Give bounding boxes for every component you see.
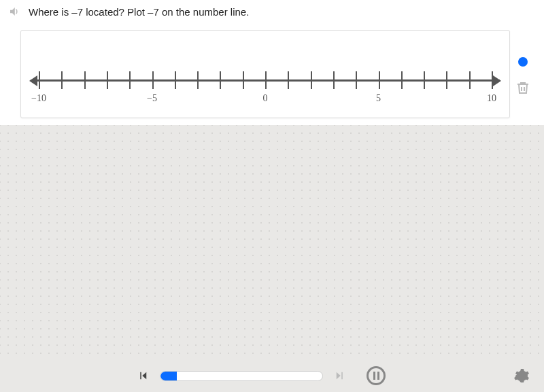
pause-icon <box>373 372 379 380</box>
progress-bar[interactable] <box>160 371 323 381</box>
tick <box>220 71 221 89</box>
settings-button[interactable] <box>513 367 530 385</box>
tick <box>424 71 425 89</box>
tick-label: 10 <box>487 93 496 104</box>
tick <box>152 71 154 89</box>
tick <box>175 71 176 89</box>
tick <box>39 71 40 89</box>
tick <box>243 71 244 89</box>
arrow-right-icon <box>493 75 501 86</box>
tick <box>265 71 267 89</box>
tick-label: 5 <box>376 93 381 104</box>
tick <box>288 71 289 89</box>
next-button[interactable] <box>333 368 347 383</box>
previous-button[interactable] <box>135 368 150 383</box>
tick <box>401 71 403 89</box>
tick <box>129 71 131 89</box>
tool-panel <box>509 57 537 96</box>
tick <box>311 71 312 89</box>
speaker-icon[interactable] <box>7 4 22 19</box>
tick <box>492 71 493 89</box>
tick <box>446 71 447 89</box>
question-bar: Where is –7 located? Plot –7 on the numb… <box>0 0 544 23</box>
tick <box>469 71 471 89</box>
tick-label: −5 <box>147 93 157 104</box>
number-line[interactable]: −10−50510 <box>31 44 500 105</box>
pause-button[interactable] <box>367 366 386 385</box>
plot-canvas[interactable]: −10−50510 <box>20 30 510 118</box>
tick-label: −10 <box>31 93 46 104</box>
tick-label: 0 <box>263 93 268 104</box>
tick <box>379 71 380 89</box>
tick <box>197 71 199 89</box>
work-area: −10−50510 <box>0 23 544 125</box>
tick-container: −10−50510 <box>39 71 492 92</box>
question-text: Where is –7 located? Plot –7 on the numb… <box>29 6 249 18</box>
tick <box>61 71 63 89</box>
tick <box>333 71 335 89</box>
tick <box>84 71 86 89</box>
player-bar <box>0 359 544 392</box>
trash-icon[interactable] <box>514 79 532 96</box>
point-tool-button[interactable] <box>518 57 528 67</box>
tick <box>356 71 357 89</box>
progress-fill <box>160 372 177 380</box>
tick <box>107 71 108 89</box>
background-area <box>0 125 544 359</box>
